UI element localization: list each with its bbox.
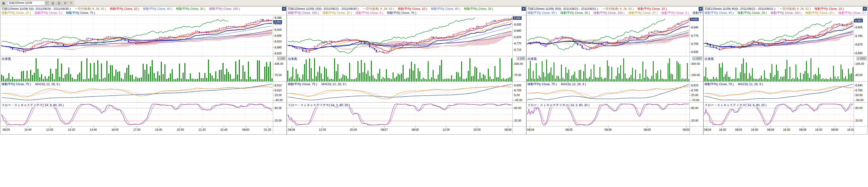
main-chart-pane-svg	[704, 15, 854, 56]
refresh-button[interactable]: ⟳	[69, 1, 74, 5]
axis-label: -90.00	[856, 99, 864, 102]
x-axis-label: 08/27	[381, 128, 388, 131]
volume-pane-svg	[704, 56, 854, 81]
chart-panel-4[interactable]: 日経225mini 11/09( 60分, 2011/08/22 - 2011/…	[703, 6, 868, 135]
legend-item: 移動平均( Close, 150 )	[771, 11, 802, 15]
main-chart-pane[interactable]	[1, 15, 273, 56]
legend-item: 一目均衡表( 9, 26, 52 )	[363, 7, 394, 10]
x-axis-label: 08/25	[565, 128, 572, 131]
x-axis-label: 18:40	[155, 128, 162, 131]
x-axis-label: 08/29	[3, 128, 10, 131]
volume-pane[interactable]	[287, 56, 513, 81]
volume-label: 出来高	[2, 57, 11, 60]
legend-item: 移動平均( Close, 10 )	[638, 7, 667, 10]
last-price-box: 8,995	[854, 19, 863, 22]
x-axis-label: 08/24	[704, 128, 711, 131]
legend-item: 移動平均( Close, 25 )	[464, 7, 493, 10]
legend-item: 移動平均( Close, 25 )	[738, 11, 767, 15]
axis-label: 80.00	[275, 106, 282, 110]
chart-panel-2[interactable]: 日経225mini 11/09( 15分, 2011/08/22 - 2011/…	[287, 6, 526, 135]
axis-label: 8,715	[514, 48, 521, 52]
symbol-combobox[interactable]: 日経225mini 11/09▼	[7, 1, 49, 5]
ma75-pane-label: 移動平均( Close, 75 )	[528, 82, 557, 86]
x-axis-label: 08/30	[683, 128, 690, 131]
stochastics-axis: 80.0020.00	[273, 102, 286, 126]
chart-panel-3[interactable]: 日経225mini 11/09( 30分, 2011/08/22 - 2011/…	[526, 6, 703, 135]
volume-pane[interactable]	[704, 56, 854, 81]
legend-item: 移動平均( Close, 20 )	[323, 11, 352, 15]
axis-label: 8,810	[275, 89, 282, 92]
x-axis-label: 08/26	[604, 128, 612, 131]
main-chart-pane[interactable]	[527, 15, 689, 56]
main-price-axis: 8,9908,9358,8808,8258,7708,7158,990	[513, 15, 526, 56]
x-axis-label: 13:20	[68, 128, 75, 131]
axis-label: 8,815	[691, 84, 699, 87]
axis-label: -40.00	[275, 99, 283, 102]
chart-panel-1[interactable]: 日経225mini 11/09( 5分, 2011/08/26 - 2011/0…	[0, 6, 287, 135]
layout-grid-button[interactable]: ▦	[1, 1, 6, 5]
macd-pane-label: MACD( 12, 26, 9 )	[561, 82, 586, 86]
volume-unit-box: x 100	[277, 57, 285, 60]
x-axis-label: 16:30	[783, 128, 790, 131]
axis-label: 20.00	[691, 94, 699, 97]
legend-item: 移動平均( Close, 75 )	[66, 11, 95, 15]
volume-pane-svg	[287, 56, 513, 81]
axis-label: 8,560	[856, 52, 863, 55]
x-axis-label: 08/24	[527, 128, 534, 131]
axis-label: 8,775	[691, 34, 699, 37]
axis-label: 75.00	[275, 74, 282, 77]
x-axis-label: 12:00	[319, 128, 326, 131]
volume-axis: 105.0045.00x 1000	[854, 56, 867, 81]
axis-label: 20.00	[691, 119, 699, 123]
main-chart-pane[interactable]	[704, 15, 854, 56]
volume-pane-svg	[1, 56, 273, 81]
volume-pane[interactable]	[1, 56, 273, 81]
axis-label: 80.00	[514, 106, 521, 110]
x-axis-label: 20:00	[350, 128, 357, 131]
x-axis: 08/2408/2508/2608/2908/30	[527, 126, 689, 134]
panel-collapse-button[interactable]: ▼	[863, 7, 867, 11]
legend-item: 移動平均( Close, 75 )	[693, 11, 703, 15]
panel-collapse-button[interactable]: ▼	[699, 7, 703, 11]
axis-label: 15.00	[275, 94, 282, 97]
axis-label: 8,745	[691, 89, 699, 92]
main-chart-pane-svg	[527, 15, 689, 56]
legend-item: 移動平均( Close, 150 )	[209, 7, 240, 10]
panel-collapse-button[interactable]: ▼	[282, 7, 286, 11]
volume-axis: 300.00100.00x 1000	[689, 56, 703, 81]
line-chart-button[interactable]: ▤	[56, 1, 62, 5]
axis-label: 80.00	[856, 106, 863, 110]
x-axis-label: 16:30	[719, 128, 726, 131]
x-axis-label: 16:00	[111, 128, 119, 131]
legend-item: 移動平均( Close, 150 )	[594, 11, 625, 15]
stochastics-label: スロー・ストキャスティクス( 14, 3, 80, 20 )	[705, 103, 767, 107]
x-axis-label: 08/25	[735, 128, 742, 131]
x-axis-label: 08/26	[288, 128, 295, 131]
new-window-icon: ⊞	[64, 1, 66, 5]
application-window: ▦日経225mini 11/09▼▥▤⊞⟳ 日経225mini 11/09( 5…	[0, 0, 868, 187]
panel-collapse-button[interactable]: ▼	[522, 7, 526, 11]
new-window-button[interactable]: ⊞	[63, 1, 68, 5]
macd-pane-label: MACD( 12, 26, 9 )	[35, 82, 60, 86]
volume-unit-box: x 100	[517, 57, 525, 60]
macd-axis: 8,8058,7055.00-45.00	[513, 81, 526, 102]
axis-label: 20.00	[856, 119, 863, 123]
axis-label: 75.00	[514, 74, 521, 77]
axis-label: 50.00	[856, 94, 863, 97]
panel-title: 日経225mini 11/09( 30分, 2011/08/22 - 2011/…	[528, 7, 598, 10]
x-axis-corner	[273, 126, 286, 134]
x-axis-label: 08/30	[504, 128, 512, 131]
legend-item: 移動平均( Close, 10 )	[110, 7, 139, 10]
axis-label: 435.00	[275, 62, 283, 65]
axis-label: 5.00	[514, 94, 520, 97]
volume-pane[interactable]	[527, 56, 689, 81]
axis-label: 8,905	[856, 26, 863, 29]
candlestick-chart-button[interactable]: ▥	[50, 1, 56, 5]
axis-label: 8,845	[691, 26, 699, 29]
x-axis-label: 08/29	[412, 128, 419, 131]
legend-item: 一目均衡表( 9, 26, 52 )	[779, 7, 811, 10]
main-chart-pane[interactable]	[287, 15, 513, 56]
legend-item: 移動平均( Close, 5 )	[838, 11, 866, 15]
main-price-axis: 9,0909,0459,0008,9558,9108,8658,8209,060	[273, 15, 286, 56]
x-axis-label: 14:40	[90, 128, 97, 131]
